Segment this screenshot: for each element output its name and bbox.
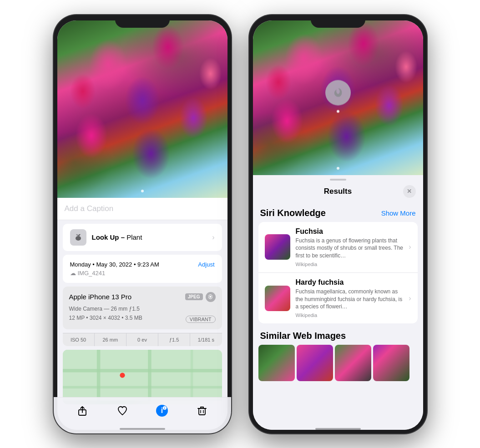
web-image-3[interactable] — [335, 345, 371, 381]
vibrant-badge: VIBRANT — [186, 316, 216, 323]
results-content: Siri Knowledge Show More Fuchsia Fuchsia… — [253, 202, 423, 430]
metadata-section: Monday • May 30, 2022 • 9:23 AM Adjust ☁… — [63, 255, 222, 283]
leaf-icon — [331, 86, 345, 99]
hardy-source: Wikipedia — [296, 312, 404, 318]
map-roads-svg — [63, 350, 222, 401]
meta-date-row: Monday • May 30, 2022 • 9:23 AM Adjust — [70, 261, 215, 268]
results-title: Results — [273, 187, 403, 196]
exif-iso: ISO 50 — [63, 333, 95, 346]
svg-point-2 — [210, 296, 212, 298]
info-section: Add a Caption Look Up – Plant › — [57, 198, 227, 430]
cloud-icon: ☁ — [70, 270, 76, 277]
svg-rect-4 — [63, 369, 222, 372]
left-screen: Add a Caption Look Up – Plant › — [57, 20, 227, 430]
exif-shutter: 1/181 s — [190, 333, 222, 346]
svg-text:i: i — [164, 407, 165, 410]
results-header: Results ✕ — [253, 181, 423, 202]
fuchsia-text: Fuchsia Fuchsia is a genus of flowering … — [296, 227, 404, 267]
fuchsia-source: Wikipedia — [296, 262, 404, 267]
map-area[interactable] — [63, 350, 222, 404]
hardy-chevron: › — [409, 294, 411, 302]
results-panel: Results ✕ Siri Knowledge Show More Fuchs… — [253, 175, 423, 430]
fuchsia-chevron: › — [409, 243, 411, 251]
camera-lens: Wide Camera — 26 mm ƒ1.5 — [69, 306, 216, 312]
web-images-section: Similar Web Images — [258, 323, 418, 383]
fuchsia-thumb — [265, 234, 290, 260]
bottom-toolbar: i i — [57, 397, 227, 430]
svg-rect-3 — [63, 350, 222, 401]
svg-rect-6 — [148, 350, 151, 401]
like-button[interactable] — [113, 402, 131, 420]
lookup-label: Look Up – Plant — [92, 233, 142, 241]
web-image-1[interactable] — [258, 345, 295, 381]
camera-settings-icon[interactable] — [206, 292, 216, 302]
trash-icon — [197, 405, 207, 416]
fuchsia-desc: Fuchsia is a genus of flowering plants t… — [296, 237, 404, 260]
lookup-row[interactable]: Look Up – Plant › — [63, 224, 222, 251]
svg-rect-5 — [96, 350, 100, 401]
caption-area[interactable]: Add a Caption — [57, 198, 227, 220]
exif-aperture: ƒ1.5 — [158, 333, 190, 346]
fuchsia-name: Fuchsia — [296, 227, 404, 236]
heart-icon — [117, 405, 128, 416]
home-indicator — [120, 428, 165, 430]
lookup-icon — [70, 229, 86, 246]
caption-placeholder[interactable]: Add a Caption — [65, 204, 114, 213]
delete-button[interactable] — [193, 402, 211, 420]
meta-filename-row: ☁ IMG_4241 — [70, 270, 215, 277]
web-images-grid — [258, 345, 418, 381]
camera-badges: JPEG — [185, 292, 216, 302]
knowledge-item-fuchsia[interactable]: Fuchsia Fuchsia is a genus of flowering … — [258, 222, 418, 272]
web-image-4[interactable] — [373, 345, 409, 381]
close-button[interactable]: ✕ — [403, 185, 416, 198]
right-home-indicator — [315, 428, 361, 430]
camera-mp: 12 MP • 3024 × 4032 • 3.5 MB — [69, 315, 142, 321]
right-photo-indicator — [337, 167, 339, 170]
right-screen: Results ✕ Siri Knowledge Show More Fuchs… — [253, 20, 423, 430]
adjust-button[interactable]: Adjust — [198, 261, 214, 268]
hardy-thumb — [265, 286, 290, 311]
vibrant-row: 12 MP • 3024 × 4032 • 3.5 MB VIBRANT — [69, 315, 216, 324]
photo-indicator — [141, 190, 144, 192]
left-phone: Add a Caption Look Up – Plant › — [54, 15, 231, 433]
camera-section: Apple iPhone 13 Pro JPEG Wide Camera — 2… — [63, 287, 222, 329]
exif-ev: 0 ev — [126, 333, 158, 346]
filename: IMG_4241 — [78, 270, 106, 277]
svg-rect-7 — [63, 386, 222, 388]
knowledge-item-hardy[interactable]: Hardy fuchsia Fuchsia magellanica, commo… — [258, 272, 418, 323]
svg-point-9 — [120, 372, 125, 378]
svg-rect-16 — [199, 408, 205, 415]
info-icon: i i — [156, 404, 168, 417]
camera-name: Apple iPhone 13 Pro — [69, 293, 132, 301]
siri-knowledge-title: Siri Knowledge — [260, 208, 326, 218]
meta-date: Monday • May 30, 2022 • 9:23 AM — [70, 261, 159, 268]
photo-area[interactable] — [57, 20, 227, 198]
web-images-title: Similar Web Images — [258, 325, 418, 345]
share-button[interactable] — [73, 402, 91, 420]
svg-rect-8 — [190, 350, 193, 401]
camera-name-row: Apple iPhone 13 Pro JPEG — [69, 292, 216, 302]
gear-icon — [207, 294, 213, 300]
siri-visual-lookup-button[interactable] — [325, 80, 351, 105]
notch — [115, 15, 170, 28]
right-phone: Results ✕ Siri Knowledge Show More Fuchs… — [249, 15, 427, 433]
format-badge: JPEG — [185, 293, 203, 300]
plant-icon — [74, 233, 83, 242]
exif-focal: 26 mm — [95, 333, 126, 346]
lookup-label-bold: Look Up – — [92, 233, 125, 241]
exif-row: ISO 50 26 mm 0 ev ƒ1.5 1/181 s — [63, 333, 222, 346]
siri-knowledge-header: Siri Knowledge Show More — [258, 202, 418, 222]
web-image-2[interactable] — [297, 345, 333, 381]
knowledge-card: Fuchsia Fuchsia is a genus of flowering … — [258, 222, 418, 324]
show-more-button[interactable]: Show More — [381, 209, 416, 217]
hardy-text: Hardy fuchsia Fuchsia magellanica, commo… — [296, 278, 404, 318]
hardy-name: Hardy fuchsia — [296, 278, 404, 287]
info-button[interactable]: i i — [153, 402, 171, 420]
right-notch — [311, 15, 365, 28]
hardy-desc: Fuchsia magellanica, commonly known as t… — [296, 288, 404, 311]
lookup-chevron: › — [212, 233, 214, 242]
right-photo-area[interactable] — [253, 20, 423, 175]
share-icon — [77, 405, 88, 416]
fuchsia-image — [57, 20, 227, 198]
lookup-subject: Plant — [126, 233, 142, 241]
